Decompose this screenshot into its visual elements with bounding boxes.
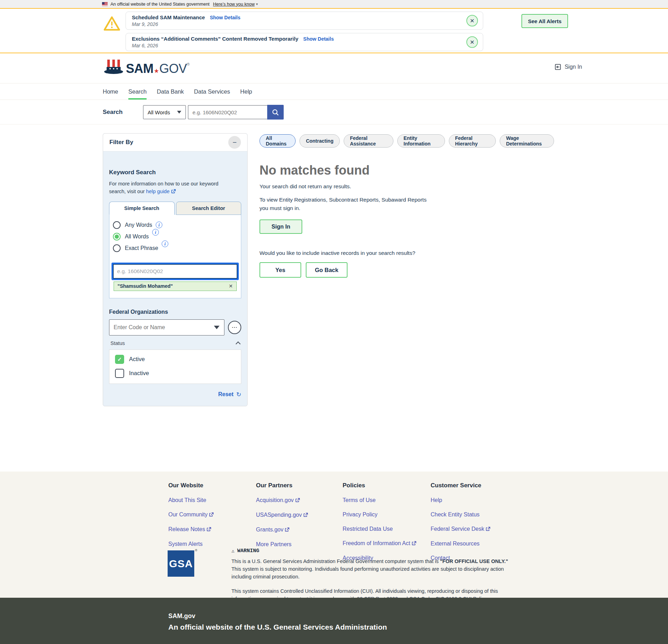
filter-title: Filter By xyxy=(109,139,133,146)
remove-chip-icon[interactable]: ✕ xyxy=(229,283,233,289)
simple-search-form: Any Words i All Words i Exact Phrase i "… xyxy=(109,215,241,298)
nav-item-help[interactable]: Help xyxy=(240,83,252,100)
external-link-icon xyxy=(207,527,211,533)
footer-link-acquisition-gov[interactable]: Acquisition.gov xyxy=(256,497,338,504)
logo-text: SAM★GOV® xyxy=(126,62,189,75)
nav-item-home[interactable]: Home xyxy=(103,83,118,100)
alert-list: Scheduled SAM Maintenance Show Details M… xyxy=(126,12,483,53)
alert-date: Mar 6, 2026 xyxy=(132,43,462,48)
close-alert-button[interactable]: ✕ xyxy=(466,15,478,27)
close-alert-button[interactable]: ✕ xyxy=(466,36,478,48)
federal-org-input[interactable] xyxy=(109,319,224,335)
sign-in-link[interactable]: Sign In xyxy=(554,63,582,71)
external-link-icon xyxy=(303,512,308,518)
collapse-filter-button[interactable]: − xyxy=(228,136,241,149)
nav-item-search[interactable]: Search xyxy=(128,83,147,100)
warning-paragraph-1: This is a U.S. General Services Administ… xyxy=(231,558,508,581)
domain-chip-federal-hierarchy[interactable]: Federal Hierarchy xyxy=(449,134,496,148)
radio-row-any-words: Any Words i xyxy=(113,221,237,229)
footer-link-terms-of-use[interactable]: Terms of Use xyxy=(343,497,425,503)
alerts-section: Scheduled SAM Maintenance Show Details M… xyxy=(0,9,668,53)
go-back-button[interactable]: Go Back xyxy=(306,262,348,278)
inactive-checkbox[interactable] xyxy=(115,369,124,378)
chevron-down-icon xyxy=(177,111,181,114)
tab-search-editor[interactable]: Search Editor xyxy=(176,202,242,215)
footer-link-more-partners[interactable]: More Partners xyxy=(256,541,338,548)
more-options-button[interactable]: ⋯ xyxy=(228,321,241,334)
chevron-up-icon xyxy=(236,341,241,346)
search-button[interactable] xyxy=(267,105,284,120)
footer-tagline: An official website of the U.S. General … xyxy=(168,623,668,631)
tab-simple-search[interactable]: Simple Search xyxy=(109,202,175,215)
nav-item-data-bank[interactable]: Data Bank xyxy=(157,83,184,100)
status-option-inactive: Inactive xyxy=(115,369,235,378)
domain-chip-entity-information[interactable]: Entity Information xyxy=(397,134,445,148)
footer-link-foia[interactable]: Freedom of Information Act xyxy=(343,540,425,547)
inactive-question-buttons: Yes Go Back xyxy=(259,262,554,278)
keyword-search-input[interactable] xyxy=(113,264,237,279)
radio-row-exact-phrase: Exact Phrase i xyxy=(113,244,237,252)
see-all-alerts-button[interactable]: See All Alerts xyxy=(521,14,568,28)
sign-in-button[interactable]: Sign In xyxy=(259,219,302,234)
sam-gov-search-page: An official website of the United States… xyxy=(0,0,668,644)
footer-link-privacy-policy[interactable]: Privacy Policy xyxy=(343,511,425,518)
footer-link-help[interactable]: Help xyxy=(431,497,513,503)
footer-link-system-alerts[interactable]: System Alerts xyxy=(168,541,251,547)
domain-chip-contracting[interactable]: Contracting xyxy=(299,134,340,148)
help-guide-link[interactable]: help guide xyxy=(146,189,176,194)
status-accordion-header[interactable]: Status xyxy=(109,340,241,346)
alert-date: Mar 9, 2026 xyxy=(132,21,462,27)
domain-chip-federal-assistance[interactable]: Federal Assistance xyxy=(344,134,393,148)
reset-link[interactable]: Reset xyxy=(218,391,234,398)
footer-column-our-website: Our Website About This Site Our Communit… xyxy=(168,482,251,547)
reset-row: Reset ↻ xyxy=(109,391,241,398)
footer-column-our-partners: Our Partners Acquisition.gov USASpending… xyxy=(256,482,338,548)
keyword-info-text: For more information on how to use our k… xyxy=(109,180,235,196)
status-options-box: ✓ Active Inactive xyxy=(109,350,241,384)
reset-icon[interactable]: ↻ xyxy=(236,391,241,398)
nav-item-data-services[interactable]: Data Services xyxy=(194,83,230,100)
federal-organizations-heading: Federal Organizations xyxy=(109,309,241,315)
alert-title: Scheduled SAM Maintenance xyxy=(132,14,205,20)
exact-phrase-radio[interactable] xyxy=(113,244,121,252)
all-words-radio[interactable] xyxy=(113,233,121,240)
info-icon[interactable]: i xyxy=(152,229,159,236)
how-you-know-link[interactable]: Here’s how you know xyxy=(213,2,255,7)
alert-card-maintenance: Scheduled SAM Maintenance Show Details M… xyxy=(126,12,483,30)
warning-block: ⚠ WARNING This is a U.S. General Service… xyxy=(231,548,508,603)
sam-gov-logo[interactable]: SAM★GOV® xyxy=(103,59,189,75)
domain-chip-wage-determinations[interactable]: Wage Determinations xyxy=(500,134,554,148)
yes-button[interactable]: Yes xyxy=(259,262,301,278)
footer-link-federal-service-desk[interactable]: Federal Service Desk xyxy=(431,526,513,533)
search-mode-select[interactable]: All Words xyxy=(143,105,186,119)
footer-link-usaspending-gov[interactable]: USASpending.gov xyxy=(256,512,338,518)
sign-in-note: To view Entity Registrations, Subcontrac… xyxy=(259,196,431,212)
footer-link-external-resources[interactable]: External Resources xyxy=(431,541,513,547)
sign-in-arrow-icon xyxy=(554,63,562,71)
no-matches-heading: No matches found xyxy=(259,163,554,178)
footer-link-restricted-data-use[interactable]: Restricted Data Use xyxy=(343,526,425,532)
gsa-logo: GSA xyxy=(168,550,194,577)
show-details-link[interactable]: Show Details xyxy=(210,15,240,20)
info-icon[interactable]: i xyxy=(162,240,168,247)
domain-chip-all-domains[interactable]: All Domains xyxy=(259,134,296,148)
main-search-input[interactable] xyxy=(188,105,267,119)
site-header: SAM★GOV® Sign In xyxy=(0,54,668,83)
any-words-radio[interactable] xyxy=(113,221,121,229)
page-footer: Our Website About This Site Our Communit… xyxy=(0,472,668,598)
footer-link-release-notes[interactable]: Release Notes xyxy=(168,526,251,533)
footer-link-about-this-site[interactable]: About This Site xyxy=(168,497,251,503)
external-link-icon xyxy=(285,527,289,533)
footer-link-our-community[interactable]: Our Community xyxy=(168,511,251,518)
info-icon[interactable]: i xyxy=(156,222,162,228)
active-checkbox[interactable]: ✓ xyxy=(115,355,124,364)
footer-link-check-entity-status[interactable]: Check Entity Status xyxy=(431,511,513,518)
show-details-link[interactable]: Show Details xyxy=(303,36,334,42)
footer-link-grants-gov[interactable]: Grants.gov xyxy=(256,527,338,533)
alert-title: Exclusions “Additional Comments” Content… xyxy=(132,36,298,42)
uncle-sam-hat-icon xyxy=(103,59,124,75)
alert-card-exclusions: Exclusions “Additional Comments” Content… xyxy=(126,33,483,51)
us-flag-icon xyxy=(102,2,108,6)
keyword-chip: "Shamsudin Mohamed" ✕ xyxy=(114,282,237,291)
warning-icon: ⚠ xyxy=(231,548,234,554)
